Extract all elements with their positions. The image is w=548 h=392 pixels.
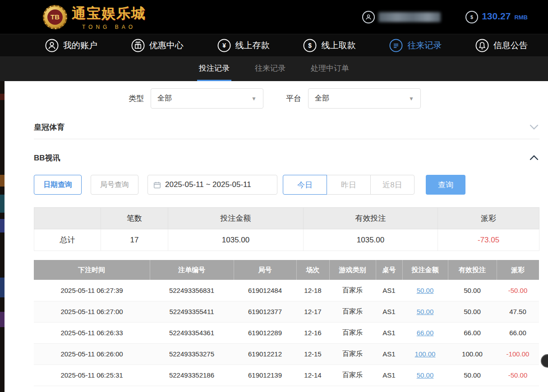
bet-amount-link[interactable]: 50.00 [417, 371, 434, 379]
detail-col-header: 有效投注 [448, 260, 497, 280]
cell: 619012484 [234, 280, 296, 301]
section-sports[interactable]: 皇冠体育 [34, 115, 539, 139]
table-row: 2025-05-11 06:26:00522493353275619012212… [34, 343, 539, 365]
top-header: TB 通宝娱乐城 TONG BAO $ 130.27 RMB [0, 0, 548, 34]
nav-item-bell[interactable]: 信息公告 [475, 39, 528, 52]
summary-header-row: 笔数投注金额有效投注派彩 [34, 208, 539, 229]
summary-valid-bet: 1035.00 [304, 229, 438, 251]
table-row: 2025-05-11 06:27:39522493356831619012484… [34, 280, 539, 301]
date-query-button[interactable]: 日期查询 [34, 175, 82, 195]
type-select[interactable]: 全部 ▼ [151, 88, 263, 109]
detail-col-header: 局号 [234, 260, 296, 280]
cell: -100.00 [497, 343, 539, 365]
cell: 12-16 [296, 322, 329, 343]
nav-item-user[interactable]: 我的账户 [45, 39, 97, 52]
bell-icon [475, 39, 489, 52]
strip-blob [0, 219, 5, 232]
cell: 百家乐 [329, 343, 376, 365]
cell: 47.50 [497, 301, 539, 322]
cell: 522493354361 [150, 322, 234, 343]
balance-currency: RMB [514, 14, 528, 21]
wallet-block[interactable]: $ 130.27 RMB [465, 11, 528, 23]
nav-item-label: 往来记录 [407, 40, 442, 51]
cell: 522493356831 [150, 280, 234, 301]
nav-item-gift[interactable]: 优惠中心 [131, 39, 184, 52]
platform-select[interactable]: 全部 ▼ [308, 88, 421, 109]
section-bb[interactable]: BB视讯 [34, 146, 539, 169]
today-button[interactable]: 今日 [283, 175, 327, 195]
summary-col-header: 有效投注 [304, 208, 438, 229]
yesterday-button[interactable]: 昨日 [327, 175, 371, 195]
user-icon [45, 39, 59, 52]
logo-title: 通宝娱乐城 [72, 4, 146, 23]
bet-amount-cell: 50.00 [402, 280, 448, 301]
cell: 12-17 [296, 301, 329, 322]
chevron-down-icon [530, 123, 539, 132]
user-block[interactable] [362, 11, 441, 23]
svg-text:$: $ [309, 42, 312, 49]
cell: AS1 [376, 343, 402, 365]
tab-2[interactable]: 处理中订单 [309, 56, 351, 81]
cell: 12-18 [296, 280, 329, 301]
nav-item-label: 线上存款 [235, 40, 270, 51]
bet-amount-link[interactable]: 50.00 [417, 287, 434, 294]
detail-col-header: 派彩 [497, 260, 539, 280]
records-icon [389, 39, 403, 52]
section-bb-title: BB视讯 [34, 153, 60, 163]
round-query-button[interactable]: 局号查询 [91, 175, 138, 195]
cell: AS1 [376, 280, 402, 301]
type-filter-label: 类型 [129, 93, 144, 104]
platform-filter-label: 平台 [286, 93, 301, 104]
bet-amount-link[interactable]: 66.00 [417, 329, 434, 337]
summary-count: 17 [101, 229, 168, 251]
detail-header-row: 下注时间注单编号局号场次游戏类别桌号投注金额有效投注派彩 [34, 260, 539, 280]
cell: -50.00 [497, 365, 539, 386]
site-logo[interactable]: TB 通宝娱乐城 TONG BAO [43, 4, 146, 30]
user-icon [362, 11, 375, 23]
svg-text:$: $ [470, 14, 473, 19]
balance-amount: 130.27 [482, 11, 511, 22]
cell: 619012139 [234, 365, 296, 386]
filters: 类型 全部 ▼ 平台 全部 ▼ [129, 88, 539, 109]
summary-table: 笔数投注金额有效投注派彩 总计 17 1035.00 1035.00 -73.0… [34, 207, 539, 251]
tab-1[interactable]: 往来记录 [253, 56, 287, 81]
cell: 50.00 [448, 301, 497, 322]
page: TB 通宝娱乐城 TONG BAO $ 130.27 RMB [0, 0, 548, 392]
section-sports-title: 皇冠体育 [34, 122, 64, 132]
casino-chip-icon: TB [43, 5, 67, 29]
cell: 2025-05-11 06:26:33 [34, 322, 150, 343]
bet-amount-cell: 66.00 [402, 322, 448, 343]
cell: 2025-05-11 06:26:00 [34, 343, 150, 365]
cell: 619012289 [234, 322, 296, 343]
search-button[interactable]: 查询 [426, 175, 465, 195]
cell: 2025-05-11 06:25:31 [34, 365, 150, 386]
bet-amount-cell: 50.00 [402, 301, 448, 322]
strip-blob [0, 175, 5, 187]
platform-select-value: 全部 [315, 94, 329, 103]
last8days-button[interactable]: 近8日 [370, 175, 414, 195]
summary-col-header: 派彩 [438, 208, 539, 229]
bet-amount-link[interactable]: 100.00 [415, 350, 436, 358]
bet-amount-link[interactable]: 50.00 [417, 308, 434, 315]
cell: 619012377 [234, 301, 296, 322]
bet-records-table: 下注时间注单编号局号场次游戏类别桌号投注金额有效投注派彩 2025-05-11 … [34, 260, 539, 386]
nav-item-label: 优惠中心 [149, 40, 184, 51]
table-row: 2025-05-11 06:26:33522493354361619012289… [34, 322, 539, 343]
detail-col-header: 游戏类别 [329, 260, 376, 280]
cell: 522493355411 [150, 301, 234, 322]
nav-item-deposit[interactable]: ¥线上存款 [217, 39, 270, 52]
detail-col-header: 注单编号 [150, 260, 234, 280]
summary-col-header: 笔数 [101, 208, 168, 229]
withdraw-icon: $ [303, 39, 317, 52]
summary-col-header [34, 208, 101, 229]
cell: 百家乐 [329, 301, 376, 322]
tab-0[interactable]: 投注记录 [197, 56, 231, 81]
nav-item-records[interactable]: 往来记录 [389, 39, 442, 52]
chip-monogram: TB [47, 9, 63, 25]
cell: 12-14 [296, 365, 329, 386]
nav-item-withdraw[interactable]: $线上取款 [303, 39, 355, 52]
type-select-value: 全部 [157, 94, 172, 103]
date-range-picker[interactable]: 2025-05-11 ~ 2025-05-11 [147, 175, 277, 195]
strip-blob [0, 312, 5, 327]
cell: 百家乐 [329, 365, 376, 386]
